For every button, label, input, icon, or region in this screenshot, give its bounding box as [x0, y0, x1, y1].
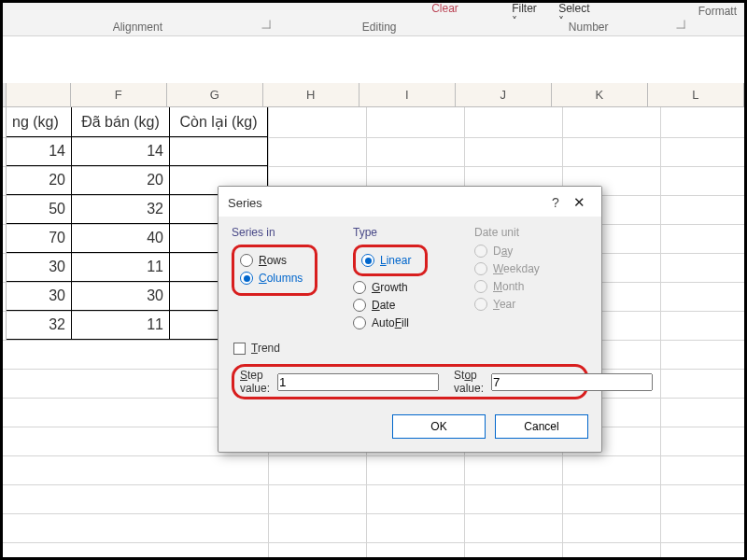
col-header-K[interactable]: K — [552, 83, 648, 106]
help-button[interactable]: ? — [545, 195, 566, 210]
table-header-row: ng (kg) Đã bán (kg) Còn lại (kg) — [3, 107, 268, 137]
dialog-title: Series — [228, 196, 545, 210]
cell[interactable]: 20 — [7, 166, 72, 195]
col-header-J[interactable]: J — [456, 83, 552, 106]
radio-growth[interactable]: Growth — [353, 281, 467, 294]
cell[interactable]: 32 — [7, 311, 72, 340]
cell[interactable]: 14 — [72, 137, 170, 166]
series-in-highlight: Rows Columns — [232, 245, 317, 296]
ribbon: Alignment Clear Filter ˅ Select ˅ Editin… — [3, 3, 744, 36]
close-button[interactable]: ✕ — [566, 194, 592, 211]
ok-button[interactable]: OK — [392, 414, 486, 439]
stop-value-label: Stop value: — [454, 369, 484, 395]
cell[interactable]: 14 — [7, 137, 72, 166]
radio-year: Year — [474, 298, 588, 311]
radio-day: Day — [474, 245, 588, 258]
col-header-I[interactable]: I — [359, 83, 456, 106]
series-dialog: Series ? ✕ Series in Rows Columns Type L… — [218, 186, 602, 453]
step-value-input[interactable] — [277, 373, 439, 391]
values-highlight: Step value: Stop value: — [232, 364, 588, 399]
cell[interactable]: 11 — [72, 253, 170, 282]
worksheet: F G H I J K L ng (kg) Đã bán (kg) Còn l — [3, 36, 744, 557]
column-headers: F G H I J K L — [3, 83, 744, 107]
header-conlai[interactable]: Còn lại (kg) — [170, 107, 268, 137]
cell[interactable]: 11 — [72, 311, 170, 340]
cell[interactable] — [170, 137, 268, 166]
col-header-H[interactable]: H — [263, 83, 359, 106]
radio-rows[interactable]: Rows — [240, 254, 309, 267]
radio-date[interactable]: Date — [353, 299, 467, 312]
dialog-titlebar: Series ? ✕ — [218, 187, 601, 217]
type-linear-highlight: Linear — [353, 245, 428, 276]
ribbon-group-alignment: Alignment — [113, 21, 162, 34]
col-header-partial[interactable] — [7, 83, 71, 106]
radio-month: Month — [474, 280, 588, 293]
type-label: Type — [353, 226, 467, 239]
trend-checkbox[interactable]: Trend — [233, 342, 588, 355]
dialog-launcher-icon[interactable] — [676, 21, 684, 29]
cell[interactable]: 70 — [7, 224, 72, 253]
step-value-label: Step value: — [240, 369, 270, 395]
col-header-L[interactable]: L — [648, 83, 744, 106]
cell[interactable]: 30 — [7, 253, 72, 282]
header-daban[interactable]: Đã bán (kg) — [72, 107, 170, 137]
clear-button[interactable]: Clear — [431, 2, 458, 15]
cancel-button[interactable]: Cancel — [495, 414, 588, 439]
format-button[interactable]: Formatt — [698, 5, 737, 18]
ribbon-group-editing: Editing — [362, 21, 397, 34]
checkbox-icon — [233, 343, 246, 355]
cell[interactable]: 50 — [7, 195, 72, 224]
cell[interactable]: 20 — [72, 166, 170, 195]
cell[interactable]: 32 — [72, 195, 170, 224]
radio-linear[interactable]: Linear — [361, 254, 419, 267]
header-partial[interactable]: ng (kg) — [7, 107, 72, 137]
cell[interactable]: 30 — [72, 282, 170, 311]
cell[interactable]: 40 — [72, 224, 170, 253]
radio-columns[interactable]: Columns — [240, 272, 309, 285]
col-header-G[interactable]: G — [167, 83, 263, 106]
stop-value-input[interactable] — [491, 373, 653, 391]
radio-autofill[interactable]: AutoFill — [353, 316, 467, 329]
series-in-label: Series in — [232, 226, 345, 239]
cell[interactable]: 30 — [7, 282, 72, 311]
col-header-F[interactable]: F — [71, 83, 167, 106]
ribbon-group-number: Number — [569, 21, 609, 34]
dialog-launcher-icon[interactable] — [261, 21, 270, 29]
radio-weekday: Weekday — [474, 262, 588, 275]
date-unit-label: Date unit — [474, 226, 588, 239]
